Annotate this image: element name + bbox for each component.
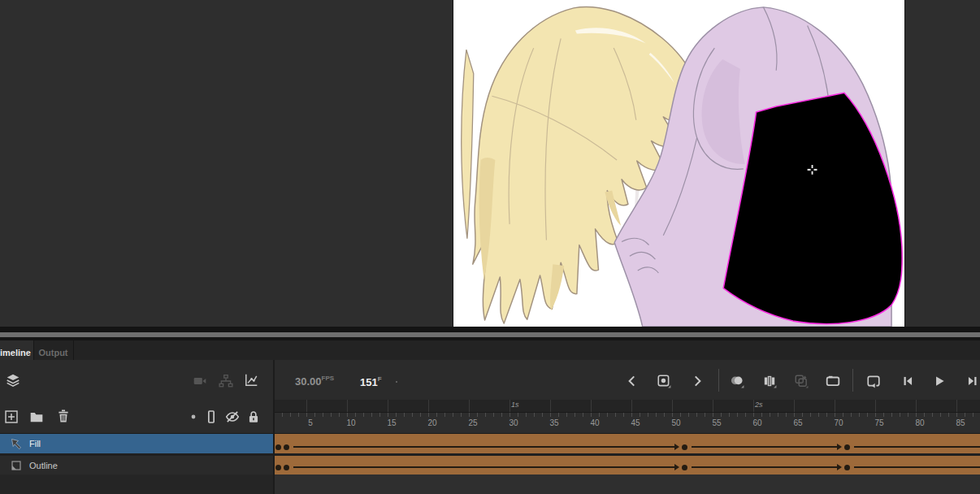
- keyframe-dot[interactable]: [844, 444, 850, 450]
- ruler-tick: [713, 413, 713, 417]
- ruler-tick: [323, 413, 323, 417]
- ruler-tick: [631, 413, 632, 417]
- ruler-tick: [396, 413, 397, 417]
- ruler-tick: [599, 413, 600, 417]
- ruler-tick: [875, 413, 876, 417]
- ruler-tick: [786, 413, 787, 417]
- highlight-layers-icon[interactable]: [204, 410, 219, 424]
- ruler-frame-label: 10: [339, 418, 363, 427]
- tween-line: [692, 466, 837, 468]
- onion-skin-button[interactable]: [730, 374, 744, 388]
- layers-panel-icon[interactable]: [6, 373, 20, 388]
- insert-keyframe-button[interactable]: [657, 374, 671, 388]
- keyframe-dot[interactable]: [844, 465, 850, 470]
- seconds-cell-line: [956, 400, 957, 412]
- stage-canvas[interactable]: [453, 0, 905, 327]
- fps-unit: FPS: [322, 375, 335, 382]
- ruler-tick: [648, 413, 648, 417]
- next-keyframe-button[interactable]: [690, 374, 705, 388]
- graph-editor-icon[interactable]: [244, 373, 258, 388]
- seconds-cell-line: [591, 400, 592, 412]
- ruler-tick: [469, 413, 470, 417]
- ruler-frame-label: 40: [583, 418, 607, 427]
- fps-value[interactable]: 30.00: [295, 375, 322, 388]
- ruler-tick: [891, 413, 892, 417]
- ruler-tick: [680, 413, 681, 417]
- ruler-tick: [859, 413, 860, 417]
- layer-name-fill[interactable]: Fill: [29, 439, 41, 448]
- tab-timeline[interactable]: imeline: [0, 340, 34, 360]
- play-button[interactable]: [932, 374, 947, 388]
- ruler-seconds-band[interactable]: 1s2s: [274, 400, 980, 413]
- track-outline-span[interactable]: [274, 456, 980, 474]
- add-layer-button[interactable]: [4, 410, 19, 424]
- ruler-tick: [940, 413, 941, 417]
- current-frame-display[interactable]: 151F: [360, 375, 382, 389]
- onion-skin-outlines-button[interactable]: [762, 374, 777, 388]
- add-camera-button[interactable]: [826, 374, 840, 388]
- keyframe-dot[interactable]: [682, 465, 687, 470]
- edit-multiple-frames-button: [794, 374, 809, 388]
- new-folder-button[interactable]: [29, 410, 44, 424]
- delete-layer-button[interactable]: [56, 409, 71, 423]
- track-fill-span[interactable]: [274, 434, 980, 453]
- ruler-tick: [623, 413, 624, 417]
- keyframe-dot[interactable]: [275, 444, 281, 450]
- ruler-tick: [550, 413, 551, 417]
- keyframe-dot[interactable]: [682, 444, 687, 450]
- ruler-frame-label: 35: [542, 418, 566, 427]
- tab-output[interactable]: Output: [33, 340, 74, 360]
- seconds-cell-line: [510, 400, 510, 412]
- keyframe-dot[interactable]: [275, 465, 281, 470]
- layers-frames-divider[interactable]: [273, 360, 275, 494]
- toolbar-separator: [718, 369, 719, 392]
- ruler-tick: [534, 413, 535, 417]
- seconds-cell-line: [835, 400, 835, 412]
- ruler-frames-band[interactable]: 510152025303540455055606570758085: [274, 413, 980, 433]
- ruler-tick: [428, 413, 429, 417]
- keyframe-dot[interactable]: [284, 444, 289, 450]
- ruler-tick: [770, 413, 770, 417]
- ruler-tick: [729, 413, 730, 417]
- layer-area-empty[interactable]: [0, 474, 273, 494]
- ruler-tick: [485, 413, 486, 417]
- fps-display[interactable]: 30.00FPS: [295, 375, 334, 388]
- ruler-frame-label: 85: [948, 418, 973, 427]
- show-all-layers-dot-icon[interactable]: [188, 411, 199, 422]
- previous-keyframe-button[interactable]: [625, 374, 640, 388]
- ruler-tick: [436, 413, 437, 417]
- loop-button[interactable]: [866, 374, 881, 388]
- ruler-tick: [843, 413, 843, 417]
- ruler-tick: [924, 413, 925, 417]
- step-forward-button[interactable]: [965, 374, 980, 388]
- ruler-tick: [688, 413, 689, 417]
- hair-wisp[interactable]: [462, 50, 474, 239]
- step-back-button[interactable]: [900, 374, 915, 388]
- ruler-tick: [355, 413, 356, 417]
- seconds-cell-line: [306, 400, 307, 412]
- keyframe-dot[interactable]: [284, 465, 289, 470]
- ruler-tick: [607, 413, 608, 417]
- ruler-tick: [461, 413, 462, 417]
- tween-line: [293, 466, 674, 468]
- tween-arrowhead: [674, 444, 679, 450]
- parenting-view-icon: [219, 374, 233, 388]
- layer-row-fill[interactable]: Fill: [0, 434, 274, 453]
- hide-all-layers-eye-icon[interactable]: [225, 410, 240, 424]
- current-frame-value[interactable]: 151: [360, 376, 378, 388]
- seconds-cell-line: [469, 400, 470, 412]
- ruler-tick: [558, 413, 559, 417]
- tween-arrowhead: [674, 464, 679, 470]
- ruler-tick: [371, 413, 372, 417]
- seconds-marker-label: 1s: [511, 401, 519, 409]
- ruler-tick: [339, 413, 340, 417]
- seconds-cell-line: [347, 400, 348, 412]
- layer-row-outline[interactable]: Outline: [0, 456, 273, 474]
- ruler-tick: [761, 413, 762, 417]
- layer-name-outline[interactable]: Outline: [29, 461, 58, 470]
- layer-page-icon: [10, 459, 23, 472]
- ruler-tick: [453, 413, 453, 417]
- lock-all-layers-icon[interactable]: [246, 410, 261, 424]
- track-area-empty[interactable]: [274, 474, 980, 494]
- ruler-frame-label: 60: [745, 418, 770, 427]
